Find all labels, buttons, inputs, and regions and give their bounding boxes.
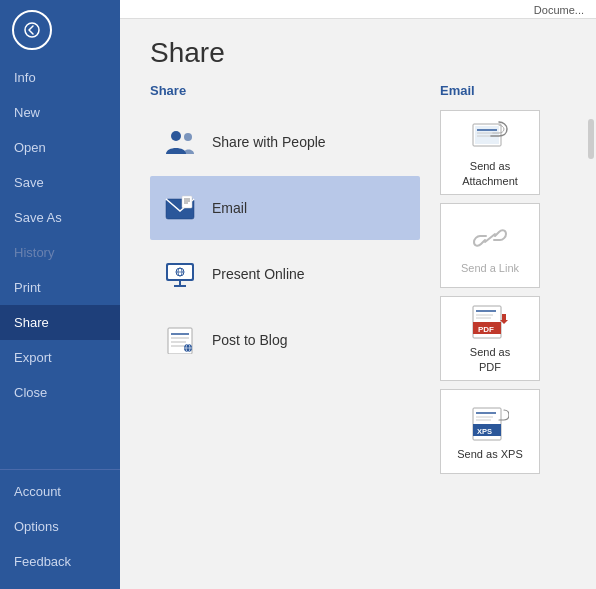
sidebar-item-account[interactable]: Account — [0, 474, 120, 509]
share-panel: Share Share with People — [120, 79, 420, 589]
document-title: Docume... — [534, 4, 584, 16]
send-as-xps-icon: XPS — [470, 404, 510, 444]
sidebar-item-feedback[interactable]: Feedback — [0, 544, 120, 579]
sidebar-bottom: Account Options Feedback — [0, 465, 120, 589]
sidebar-item-info[interactable]: Info — [0, 60, 120, 95]
main-area: Docume... Share Share Share with People — [120, 0, 596, 589]
share-item-present-online[interactable]: Present Online — [150, 242, 420, 306]
sidebar-item-export[interactable]: Export — [0, 340, 120, 375]
email-options-panel: Email Send as Attach — [420, 79, 588, 589]
back-button[interactable] — [12, 10, 52, 50]
svg-point-2 — [184, 133, 192, 141]
svg-rect-5 — [182, 196, 192, 208]
sidebar: Info New Open Save Save As History Print… — [0, 0, 120, 589]
share-with-people-label: Share with People — [212, 134, 326, 150]
send-as-xps-button[interactable]: XPS Send as XPS — [440, 389, 540, 474]
share-item-share-with-people[interactable]: Share with People — [150, 110, 420, 174]
send-as-attachment-icon — [470, 117, 510, 155]
send-as-pdf-button[interactable]: PDF Send as PDF — [440, 296, 540, 381]
svg-point-1 — [171, 131, 181, 141]
email-share-icon — [162, 190, 198, 226]
share-panel-title: Share — [150, 79, 420, 98]
sidebar-divider — [0, 469, 120, 470]
svg-rect-25 — [475, 126, 499, 144]
sidebar-item-close[interactable]: Close — [0, 375, 120, 410]
post-to-blog-icon — [162, 322, 198, 358]
share-item-post-to-blog[interactable]: Post to Blog — [150, 308, 420, 372]
sidebar-item-save[interactable]: Save — [0, 165, 120, 200]
send-a-link-icon — [470, 218, 510, 258]
sidebar-item-print[interactable]: Print — [0, 270, 120, 305]
send-as-pdf-label: Send as PDF — [470, 345, 510, 374]
email-panel-title: Email — [440, 79, 578, 98]
scrollbar-area — [588, 79, 596, 589]
page-title: Share — [150, 37, 566, 69]
present-online-icon — [162, 256, 198, 292]
send-a-link-button[interactable]: Send a Link — [440, 203, 540, 288]
sidebar-item-save-as[interactable]: Save As — [0, 200, 120, 235]
email-label: Email — [212, 200, 247, 216]
sidebar-item-new[interactable]: New — [0, 95, 120, 130]
sidebar-item-share[interactable]: Share — [0, 305, 120, 340]
send-as-xps-label: Send as XPS — [457, 448, 522, 460]
sidebar-item-open[interactable]: Open — [0, 130, 120, 165]
send-as-attachment-label: Send as Attachment — [462, 159, 518, 188]
send-as-pdf-icon: PDF — [470, 303, 510, 341]
sidebar-item-options[interactable]: Options — [0, 509, 120, 544]
present-online-label: Present Online — [212, 266, 305, 282]
share-item-email[interactable]: Email — [150, 176, 420, 240]
page-title-area: Share — [120, 19, 596, 79]
top-bar: Docume... — [120, 0, 596, 19]
share-with-people-icon — [162, 124, 198, 160]
sidebar-nav: Info New Open Save Save As History Print… — [0, 60, 120, 465]
svg-text:PDF: PDF — [478, 325, 494, 334]
svg-rect-37 — [502, 314, 506, 322]
sidebar-item-history: History — [0, 235, 120, 270]
content-area: Share Share with People — [120, 79, 596, 589]
post-to-blog-label: Post to Blog — [212, 332, 288, 348]
send-as-attachment-button[interactable]: Send as Attachment — [440, 110, 540, 195]
svg-text:XPS: XPS — [477, 427, 492, 436]
scrollbar-thumb[interactable] — [588, 119, 594, 159]
svg-point-0 — [25, 23, 39, 37]
send-a-link-label: Send a Link — [461, 262, 519, 274]
